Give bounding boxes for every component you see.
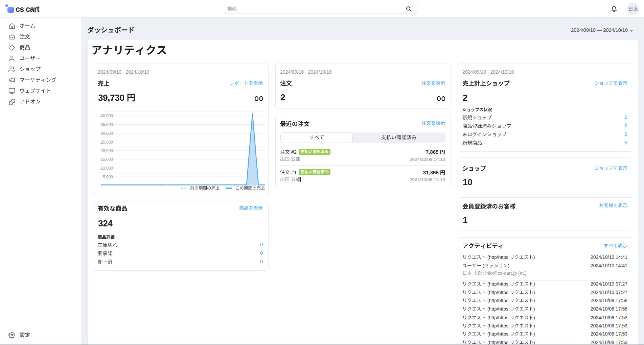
svg-text:10,000: 10,000 — [100, 166, 113, 171]
svg-text:30,000: 30,000 — [100, 131, 113, 136]
svg-text:20,000: 20,000 — [100, 148, 113, 153]
svg-text:5,000: 5,000 — [103, 175, 113, 179]
svg-text:25,000: 25,000 — [100, 140, 113, 145]
svg-text:15,000: 15,000 — [100, 157, 113, 162]
svg-text:35,000: 35,000 — [100, 122, 113, 127]
svg-text:40,000: 40,000 — [100, 114, 113, 118]
